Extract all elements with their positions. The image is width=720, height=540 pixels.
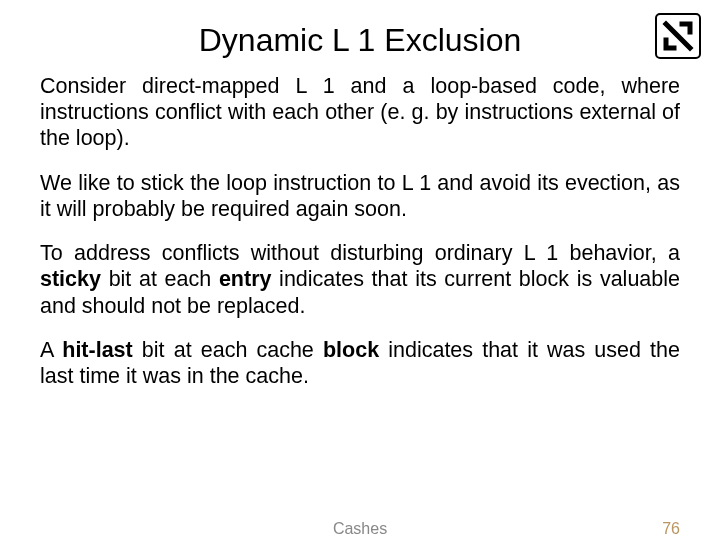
footer-center: Cashes <box>0 520 720 538</box>
bold-hit-last: hit-last <box>62 338 132 362</box>
text: bit at each <box>101 267 219 291</box>
paragraph-3: To address conflicts without disturbing … <box>40 240 680 319</box>
logo-icon <box>654 12 702 64</box>
bold-entry: entry <box>219 267 272 291</box>
paragraph-4: A hit-last bit at each cache block indic… <box>40 337 680 389</box>
slide-title: Dynamic L 1 Exclusion <box>40 22 680 59</box>
paragraph-1: Consider direct-mapped L 1 and a loop-ba… <box>40 73 680 152</box>
page-number: 76 <box>662 520 680 538</box>
paragraph-2: We like to stick the loop instruction to… <box>40 170 680 222</box>
text: bit at each cache <box>133 338 323 362</box>
text: To address conflicts without disturbing … <box>40 241 680 265</box>
text: A <box>40 338 62 362</box>
bold-block: block <box>323 338 379 362</box>
bold-sticky: sticky <box>40 267 101 291</box>
